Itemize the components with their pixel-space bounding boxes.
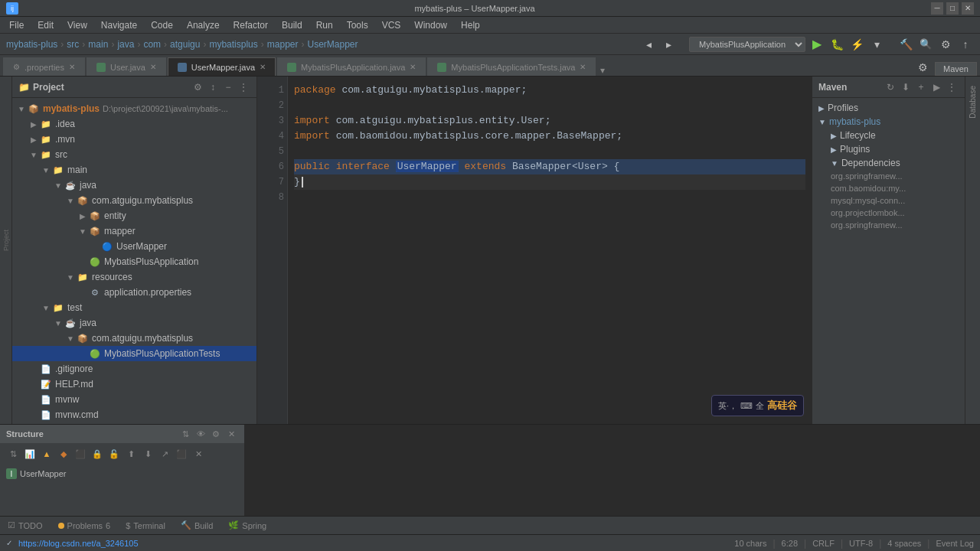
- status-indent[interactable]: 4 spaces: [887, 539, 921, 548]
- menu-vcs[interactable]: VCS: [376, 18, 407, 32]
- maven-profiles[interactable]: ▶ Profiles: [812, 101, 965, 115]
- debug-button[interactable]: 🐛: [828, 36, 845, 53]
- maven-add-button[interactable]: +: [914, 80, 928, 94]
- tab-properties[interactable]: ⚙ .properties ✕: [3, 57, 85, 76]
- project-panel-tab[interactable]: Project: [2, 230, 10, 251]
- nav-project[interactable]: mybatis-plus: [6, 39, 57, 50]
- tree-item-apptests[interactable]: 🟢 MybatisPlusApplicationTests: [12, 346, 256, 361]
- settings-button[interactable]: ⚙: [937, 36, 954, 53]
- maven-dependencies[interactable]: ▼ Dependencies: [812, 156, 965, 170]
- maven-more-button[interactable]: ⋮: [945, 80, 959, 94]
- struct-toolbar-btn3[interactable]: ▲: [40, 447, 54, 461]
- maven-project[interactable]: ▼ mybatis-plus: [812, 115, 965, 129]
- sidebar-collapse-button[interactable]: −: [221, 80, 235, 94]
- dep-springframework[interactable]: org.springframew...: [812, 170, 965, 182]
- menu-edit[interactable]: Edit: [31, 18, 60, 32]
- run-config-dropdown[interactable]: MybatisPlusApplication: [689, 37, 805, 52]
- code-editor[interactable]: package com.atguigu.mybatisplus.mapper; …: [288, 77, 812, 424]
- nav-src[interactable]: src: [67, 39, 79, 50]
- sidebar-scroll-button[interactable]: ↕: [206, 80, 220, 94]
- dep-baomidou[interactable]: com.baomidou:my...: [812, 182, 965, 194]
- struct-toolbar-btn11[interactable]: ⬛: [175, 447, 188, 461]
- status-event-log[interactable]: Event Log: [936, 539, 974, 548]
- struct-toolbar-btn9[interactable]: ⬇: [141, 447, 155, 461]
- close-button[interactable]: ✕: [962, 2, 974, 15]
- btab-build[interactable]: 🔨 Build: [176, 519, 217, 532]
- maven-panel-button[interactable]: Maven: [935, 62, 977, 76]
- menu-navigate[interactable]: Navigate: [95, 18, 143, 32]
- tree-item-helpmd[interactable]: 📝 HELP.md: [12, 377, 256, 392]
- status-url[interactable]: https://blog.csdn.net/a_3246105: [18, 539, 139, 548]
- tree-item-appprops[interactable]: ⚙ application.properties: [12, 285, 256, 300]
- search-everywhere-button[interactable]: 🔍: [917, 36, 934, 53]
- menu-refactor[interactable]: Refactor: [227, 18, 274, 32]
- dep-mysql[interactable]: mysql:mysql-conn...: [812, 194, 965, 207]
- maven-refresh-button[interactable]: ↻: [884, 80, 897, 94]
- status-position[interactable]: 6:28: [782, 539, 798, 548]
- more-run-options-button[interactable]: ▾: [868, 36, 885, 53]
- tree-item-gitignore[interactable]: 📄 .gitignore: [12, 361, 256, 377]
- structure-sort-vis-button[interactable]: 👁: [194, 427, 207, 441]
- btab-todo[interactable]: ☑ TODO: [3, 519, 47, 532]
- dep-lombok[interactable]: org.projectlombok...: [812, 207, 965, 219]
- tab-user-close[interactable]: ✕: [150, 63, 156, 71]
- nav-com[interactable]: com: [143, 39, 161, 50]
- tree-item-app[interactable]: 🟢 MybatisPlusApplication: [12, 254, 256, 269]
- struct-toolbar-btn7[interactable]: 🔓: [107, 447, 121, 461]
- tab-usermapper-java[interactable]: UserMapper.java ✕: [168, 57, 276, 76]
- sidebar-settings-button[interactable]: ⚙: [191, 80, 204, 94]
- btab-spring[interactable]: 🌿 Spring: [224, 519, 271, 532]
- struct-toolbar-btn12[interactable]: ✕: [191, 447, 205, 461]
- tab-properties-close[interactable]: ✕: [69, 63, 75, 71]
- tree-item-usermapper[interactable]: 🔵 UserMapper: [12, 239, 256, 254]
- sidebar-gear-button[interactable]: ⋮: [237, 80, 250, 94]
- tree-item-entity[interactable]: ▶ 📦 entity: [12, 208, 256, 223]
- tree-item-mvnw[interactable]: 📄 mvnw: [12, 392, 256, 407]
- btab-terminal[interactable]: $ Terminal: [121, 520, 170, 532]
- maven-plugins[interactable]: ▶ Plugins: [812, 142, 965, 156]
- database-tab[interactable]: Database: [967, 83, 978, 122]
- editor-content[interactable]: 1 2 3 4 5 6 7 8 package com.atguigu.myba…: [257, 77, 812, 424]
- maven-run-button[interactable]: ▶: [929, 80, 943, 94]
- struct-toolbar-btn1[interactable]: ⇅: [6, 447, 20, 461]
- tab-app-close[interactable]: ✕: [410, 63, 416, 71]
- nav-java[interactable]: java: [117, 39, 134, 50]
- maven-download-button[interactable]: ⬇: [899, 80, 913, 94]
- tree-item-test-package[interactable]: ▼ 📦 com.atguigu.mybatisplus: [12, 331, 256, 346]
- menu-code[interactable]: Code: [145, 18, 179, 32]
- nav-mybatisplus[interactable]: mybatisplus: [209, 39, 257, 50]
- dep-springframework2[interactable]: org.springframew...: [812, 219, 965, 231]
- tab-app-java[interactable]: MybatisPlusApplication.java ✕: [277, 57, 426, 76]
- maven-lifecycle[interactable]: ▶ Lifecycle: [812, 129, 965, 142]
- tab-apptests-java[interactable]: MybatisPlusApplicationTests.java ✕: [427, 57, 596, 76]
- build-project-button[interactable]: 🔨: [897, 36, 914, 53]
- tree-item-main[interactable]: ▼ 📁 main: [12, 162, 256, 178]
- menu-analyze[interactable]: Analyze: [181, 18, 226, 32]
- tree-item-mvnwcmd[interactable]: 📄 mvnw.cmd: [12, 407, 256, 422]
- tree-item-test[interactable]: ▼ 📁 test: [12, 300, 256, 315]
- nav-atguigu[interactable]: atguigu: [170, 39, 200, 50]
- nav-back-button[interactable]: ◂: [640, 36, 657, 53]
- nav-usermapper[interactable]: UserMapper: [307, 39, 358, 50]
- nav-mapper[interactable]: mapper: [267, 39, 299, 50]
- tree-item-test-java[interactable]: ▼ ☕ java: [12, 315, 256, 331]
- menu-view[interactable]: View: [61, 18, 93, 32]
- maximize-button[interactable]: □: [946, 2, 959, 15]
- menu-window[interactable]: Window: [408, 18, 453, 32]
- struct-toolbar-btn10[interactable]: ↗: [158, 447, 172, 461]
- tab-usermapper-close[interactable]: ✕: [260, 63, 266, 71]
- status-line-ending[interactable]: CRLF: [812, 539, 835, 548]
- tree-item-java[interactable]: ▼ ☕ java: [12, 178, 256, 193]
- structure-usermapper[interactable]: I UserMapper: [6, 468, 238, 480]
- tabs-overflow-button[interactable]: ▾: [597, 65, 608, 76]
- struct-toolbar-btn6[interactable]: 🔒: [90, 447, 104, 461]
- tree-item-resources[interactable]: ▼ 📁 resources: [12, 269, 256, 285]
- tree-item-mybatisplus[interactable]: ▼ 📦 mybatis-plus D:\project\200921\java\…: [12, 101, 256, 116]
- nav-main[interactable]: main: [88, 39, 108, 50]
- run-with-coverage-button[interactable]: ⚡: [848, 36, 865, 53]
- structure-close-button[interactable]: ✕: [224, 427, 238, 441]
- struct-toolbar-btn5[interactable]: ⬛: [74, 447, 87, 461]
- menu-build[interactable]: Build: [276, 18, 309, 32]
- btab-problems[interactable]: Problems 6: [54, 520, 116, 532]
- menu-run[interactable]: Run: [310, 18, 339, 32]
